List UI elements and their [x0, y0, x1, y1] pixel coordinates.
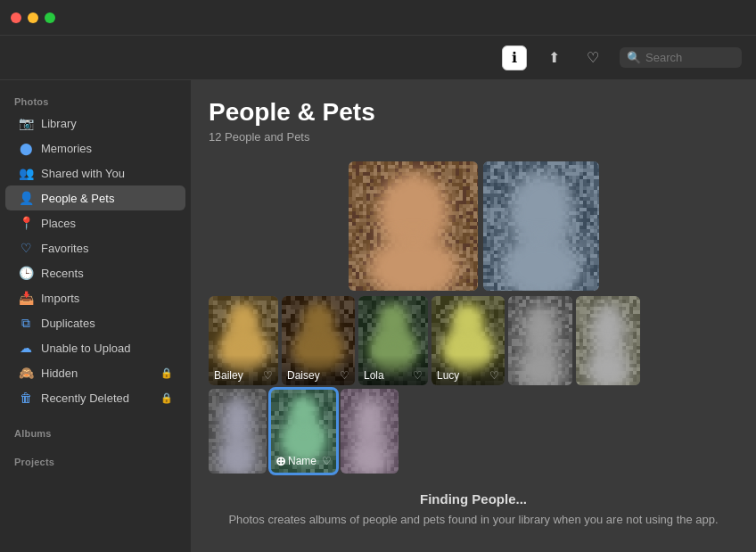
sidebar-label-shared: Shared with You [41, 167, 125, 180]
people-pets-icon: 👤 [18, 190, 34, 206]
sidebar-item-people-pets[interactable]: 👤 People & Pets [5, 185, 185, 210]
lola-label: Lola ♡ [358, 355, 428, 385]
hidden-lock-icon: 🔒 [160, 367, 173, 379]
sidebar-label-duplicates: Duplicates [41, 317, 95, 330]
lola-heart: ♡ [413, 369, 423, 382]
main-layout: Photos 📷 Library ⬤ Memories 👥 Shared wit… [0, 80, 756, 552]
small1-canvas [209, 389, 267, 474]
sidebar-label-people-pets: People & Pets [41, 192, 114, 205]
photo-daisey[interactable]: Daisey ♡ [282, 296, 355, 385]
sidebar-item-recently-deleted[interactable]: 🗑 Recently Deleted 🔒 [5, 385, 185, 410]
sidebar-item-recents[interactable]: 🕒 Recents [5, 260, 185, 285]
shared-icon: 👥 [18, 165, 34, 181]
daisey-name: Daisey [287, 369, 320, 382]
photo-lola[interactable]: Lola ♡ [358, 296, 428, 385]
close-button[interactable] [11, 12, 21, 23]
photo-bottom-unnamed[interactable] [341, 389, 399, 474]
bailey-label: Bailey ♡ [209, 355, 278, 385]
middle-photo-row: Bailey ♡ Daisey ♡ Lola ♡ [209, 296, 738, 385]
sidebar-label-recently-deleted: Recently Deleted [41, 391, 129, 405]
sidebar-label-hidden: Hidden [41, 367, 78, 380]
title-bar [0, 0, 756, 36]
photo-unnamed-1[interactable] [508, 296, 572, 385]
share-button[interactable]: ⬆ [541, 45, 566, 70]
photo-top-1[interactable] [349, 161, 478, 291]
bottom-photo-row: ⊕ Name ♡ [209, 389, 738, 474]
page-subtitle: 12 People and Pets [209, 130, 738, 144]
recently-deleted-icon: 🗑 [18, 390, 34, 406]
search-bar[interactable]: 🔍 [620, 47, 742, 68]
sidebar-item-favorites[interactable]: ♡ Favorites [5, 235, 185, 260]
heart-icon: ♡ [587, 49, 599, 66]
places-icon: 📍 [18, 215, 34, 231]
unable-upload-icon: ☁ [18, 340, 34, 356]
search-icon: 🔍 [627, 51, 641, 64]
name-card-heart: ♡ [322, 455, 332, 467]
recents-icon: 🕒 [18, 265, 34, 281]
sidebar-label-places: Places [41, 217, 76, 230]
sidebar-label-imports: Imports [41, 292, 79, 305]
sidebar-item-library[interactable]: 📷 Library [5, 111, 185, 136]
library-icon: 📷 [18, 115, 34, 131]
window-controls [11, 12, 55, 23]
sidebar-label-favorites: Favorites [41, 242, 88, 255]
sidebar-item-places[interactable]: 📍 Places [5, 210, 185, 235]
face1-canvas [349, 161, 478, 291]
sidebar-item-shared[interactable]: 👥 Shared with You [5, 161, 185, 185]
photos-section-label: Photos [0, 89, 191, 111]
daisey-heart: ♡ [340, 369, 349, 382]
sidebar-label-recents: Recents [41, 267, 84, 280]
photo-bailey[interactable]: Bailey ♡ [209, 296, 278, 385]
unnamed2-canvas [576, 296, 640, 385]
lucy-name: Lucy [437, 369, 459, 382]
sidebar-item-unable-upload[interactable]: ☁ Unable to Upload [5, 335, 185, 360]
top-photo-row [209, 161, 738, 291]
bailey-heart: ♡ [263, 369, 273, 382]
photo-name-card[interactable]: ⊕ Name ♡ [270, 389, 337, 474]
sidebar-item-duplicates[interactable]: ⧉ Duplicates [5, 310, 185, 335]
heart-button[interactable]: ♡ [580, 45, 605, 70]
sidebar-item-imports[interactable]: 📥 Imports [5, 285, 185, 310]
recently-deleted-lock-icon: 🔒 [160, 392, 173, 404]
finding-desc: Photos creates albums of people and pets… [224, 512, 723, 528]
info-icon: ℹ [512, 49, 517, 66]
lucy-heart: ♡ [489, 369, 499, 382]
daisey-label: Daisey ♡ [282, 355, 355, 385]
projects-section-label: Projects [0, 449, 191, 471]
minimize-button[interactable] [28, 12, 38, 23]
search-input[interactable] [645, 51, 735, 64]
memories-icon: ⬤ [18, 140, 34, 156]
sidebar: Photos 📷 Library ⬤ Memories 👥 Shared wit… [0, 80, 191, 552]
imports-icon: 📥 [18, 290, 34, 306]
hidden-icon: 🙈 [18, 365, 34, 381]
sidebar-item-memories[interactable]: ⬤ Memories [5, 136, 185, 161]
face2-canvas [483, 161, 599, 291]
sidebar-label-memories: Memories [41, 142, 92, 155]
duplicates-icon: ⧉ [18, 315, 34, 331]
photo-top-2[interactable] [483, 161, 599, 291]
content-area: People & Pets 12 People and Pets Bailey … [191, 80, 756, 552]
sidebar-label-library: Library [41, 117, 77, 130]
page-title: People & Pets [209, 98, 738, 127]
finding-title: Finding People... [209, 491, 738, 507]
finding-section: Finding People... Photos creates albums … [209, 491, 738, 528]
info-button[interactable]: ℹ [502, 45, 527, 70]
photo-small-unnamed[interactable] [209, 389, 267, 474]
share-icon: ⬆ [548, 49, 560, 66]
photo-lucy[interactable]: Lucy ♡ [431, 296, 505, 385]
maximize-button[interactable] [45, 12, 55, 23]
favorites-icon: ♡ [18, 240, 34, 256]
photo-unnamed-2[interactable] [576, 296, 640, 385]
name-label-text: Name [288, 455, 316, 467]
lola-name: Lola [364, 369, 384, 382]
plus-icon: ⊕ [275, 454, 286, 468]
unnamed1-canvas [508, 296, 572, 385]
add-name-label: ⊕ Name [275, 454, 316, 468]
sidebar-label-unable-upload: Unable to Upload [41, 342, 130, 355]
small2-canvas [341, 389, 399, 474]
bailey-name: Bailey [214, 369, 243, 382]
albums-section-label: Albums [0, 421, 191, 442]
sidebar-item-hidden[interactable]: 🙈 Hidden 🔒 [5, 360, 185, 385]
toolbar: ℹ ⬆ ♡ 🔍 [0, 36, 756, 80]
lucy-label: Lucy ♡ [431, 355, 505, 385]
